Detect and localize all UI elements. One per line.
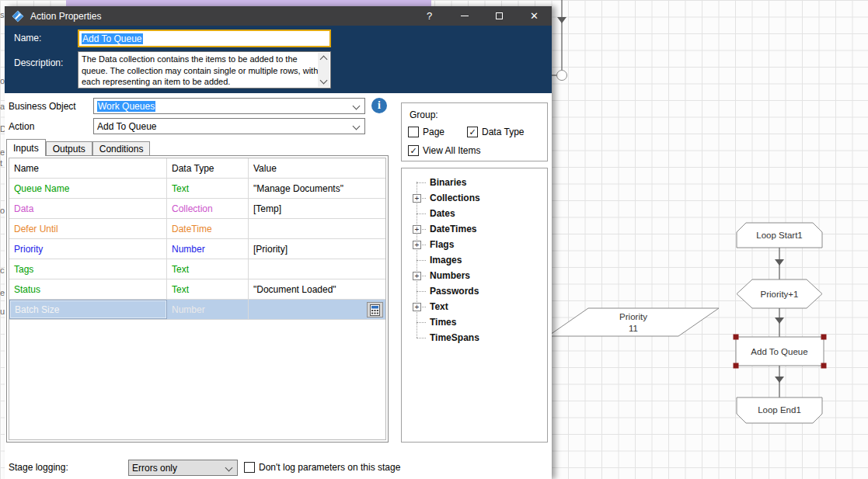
action-dropdown[interactable]: Add To Queue	[93, 118, 365, 134]
column-header-value: Value	[249, 158, 385, 178]
help-button[interactable]: ?	[412, 6, 447, 26]
group-title: Group:	[410, 109, 438, 120]
param-name-cell: Tags	[9, 259, 167, 279]
data-items-tree: Binaries +Collections Dates +DateTimes +…	[401, 168, 548, 443]
tree-item-passwords[interactable]: Passwords	[402, 283, 547, 299]
param-name-cell[interactable]: Batch Size	[9, 300, 167, 319]
scroll-down-icon[interactable]	[320, 77, 328, 85]
data-item-label: Priority	[619, 312, 647, 321]
checkbox-page[interactable]: Page	[408, 127, 444, 137]
arrow-down-icon	[775, 377, 784, 383]
param-type-cell: Collection	[167, 199, 249, 218]
dialog-header: Name: Add To Queue Description: The Data…	[5, 26, 552, 93]
expression-editor-button[interactable]	[367, 302, 383, 318]
param-value-cell[interactable]: "Document Loaded"	[249, 279, 385, 299]
tree-item-binaries[interactable]: Binaries	[402, 175, 547, 190]
expand-icon[interactable]: +	[413, 241, 421, 249]
param-name-cell: Queue Name	[9, 179, 167, 198]
checkbox-dont-log[interactable]: Don't log parameters on this stage	[244, 462, 400, 473]
selection-handle[interactable]	[734, 335, 739, 340]
param-value-cell[interactable]: "Manage Documents"	[249, 179, 385, 198]
param-type-cell: Text	[167, 259, 249, 279]
description-line: each representing an item to be added.	[82, 76, 316, 88]
action-node-label: Add To Queue	[751, 347, 807, 356]
maximize-button[interactable]	[482, 6, 517, 26]
selection-handle[interactable]	[821, 363, 827, 369]
expand-icon[interactable]: +	[413, 303, 421, 311]
column-header-datatype: Data Type	[167, 158, 249, 178]
grid-header-row: Name Data Type Value	[9, 158, 385, 179]
checkbox-icon	[408, 127, 419, 137]
checkbox-view-all-items[interactable]: ✓ View All Items	[408, 145, 480, 156]
param-value-cell[interactable]	[249, 219, 385, 238]
table-row: Priority Number [Priority]	[9, 239, 385, 259]
tree-item-dates[interactable]: Dates	[402, 206, 547, 221]
tree-item-timespans[interactable]: TimeSpans	[402, 330, 547, 345]
table-row: Defer Until DateTime	[9, 219, 385, 239]
param-value-cell[interactable]	[249, 259, 385, 279]
tree-item-datetimes[interactable]: +DateTimes	[402, 221, 547, 237]
tree-item-images[interactable]: Images	[402, 252, 547, 268]
dialog-body: Business Object Work Queues i Action Add…	[5, 93, 552, 479]
business-object-selected-text: Work Queues	[97, 101, 155, 112]
calculator-icon	[370, 304, 380, 316]
scroll-up-icon[interactable]	[320, 56, 328, 64]
checkbox-data-type[interactable]: ✓ Data Type	[467, 127, 524, 137]
chevron-down-icon	[353, 102, 361, 110]
expand-icon[interactable]: +	[413, 194, 421, 203]
tree-item-times[interactable]: Times	[402, 314, 547, 330]
table-row: Status Text "Document Loaded"	[9, 279, 385, 300]
name-input[interactable]: Add To Queue	[78, 30, 331, 47]
selection-handle[interactable]	[734, 363, 739, 369]
table-row: Tags Text	[9, 259, 385, 279]
action-label: Action	[9, 121, 34, 132]
calculation-label: Priority+1	[761, 290, 799, 299]
tree-item-numbers[interactable]: +Numbers	[402, 268, 547, 283]
param-value-cell[interactable]	[249, 300, 385, 319]
action-selected-text: Add To Queue	[97, 121, 157, 132]
selection-handle[interactable]	[821, 335, 827, 340]
tree-item-flags[interactable]: +Flags	[402, 237, 547, 252]
stage-logging-label: Stage logging:	[9, 462, 68, 473]
column-header-name: Name	[9, 158, 167, 178]
param-type-cell: Text	[167, 279, 249, 299]
loop-start-label: Loop Start1	[756, 231, 802, 240]
data-item-value: 11	[629, 324, 638, 333]
table-row: Data Collection [Temp]	[9, 199, 385, 219]
help-icon: ?	[427, 10, 432, 22]
description-scrollbar[interactable]	[318, 53, 329, 87]
name-label: Name:	[14, 33, 41, 43]
tab-inputs[interactable]: Inputs	[6, 139, 46, 156]
minimize-button[interactable]	[447, 6, 482, 26]
process-canvas: Loop Start1 Priority+1 Priority 11 Add T…	[549, 0, 868, 479]
param-type-cell: Text	[167, 179, 249, 198]
arrow-down-icon	[775, 259, 784, 266]
info-icon[interactable]: i	[371, 98, 387, 113]
expand-icon[interactable]: +	[413, 272, 421, 280]
checkbox-checked-icon: ✓	[408, 145, 419, 156]
table-row-selected[interactable]: Batch Size Number	[9, 300, 385, 320]
chevron-down-icon	[353, 123, 361, 130]
loop-end-label: Loop End1	[758, 405, 801, 415]
stage-logging-row: Stage logging: Errors only Don't log par…	[5, 460, 552, 477]
tab-outputs[interactable]: Outputs	[46, 141, 92, 156]
tree-item-collections[interactable]: +Collections	[402, 190, 547, 206]
param-value-cell[interactable]: [Temp]	[249, 199, 385, 218]
param-name-cell: Priority	[9, 239, 167, 259]
param-name-cell: Defer Until	[9, 219, 167, 238]
connector-anchor[interactable]	[557, 71, 567, 81]
stage-logging-dropdown[interactable]: Errors only	[128, 460, 238, 476]
dialog-title: Action Properties	[30, 11, 101, 22]
inputs-grid-panel: Name Data Type Value Queue Name Text "Ma…	[6, 155, 389, 443]
dialog-titlebar[interactable]: Action Properties ? ✕	[5, 6, 552, 26]
tab-conditions[interactable]: Conditions	[92, 141, 151, 156]
param-value-cell[interactable]: [Priority]	[249, 239, 385, 259]
business-object-dropdown[interactable]: Work Queues	[93, 98, 365, 114]
param-type-cell: Number	[167, 300, 249, 319]
close-button[interactable]: ✕	[517, 6, 552, 26]
expand-icon[interactable]: +	[413, 225, 421, 234]
param-type-cell: Number	[167, 239, 249, 259]
tree-item-text[interactable]: +Text	[402, 299, 547, 314]
description-textarea[interactable]: The Data collection contains the items t…	[78, 51, 331, 89]
arrow-down-icon	[775, 318, 784, 324]
